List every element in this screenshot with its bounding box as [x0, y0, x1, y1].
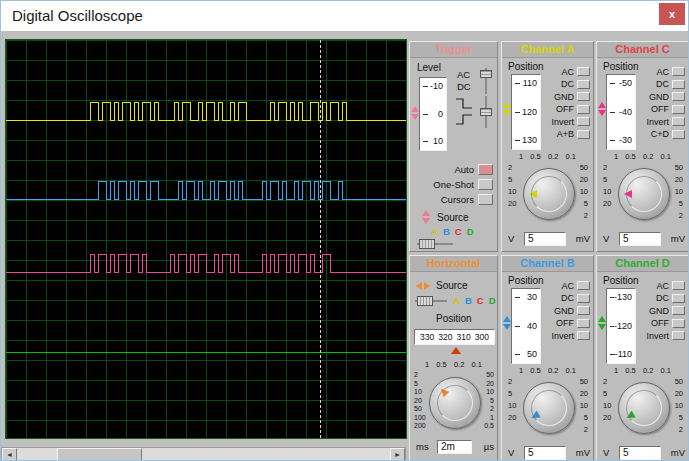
scroll-left-button[interactable]: ◄ [2, 448, 17, 461]
scale-label: 2 [679, 426, 683, 434]
horizontal-source-slider[interactable] [415, 296, 447, 306]
channel-d-gain-knob[interactable] [618, 382, 670, 434]
gnd-label: GND [649, 306, 669, 316]
toggle-thumb[interactable] [480, 70, 492, 78]
trigger-edge-toggle[interactable] [480, 96, 492, 128]
timebase-knob[interactable] [429, 377, 481, 429]
channel-c-panel-title: Channel C [597, 42, 688, 58]
scrollbar-track[interactable] [17, 448, 390, 461]
ac-button[interactable] [577, 67, 590, 76]
scale-label: 330 [420, 332, 434, 342]
channel-b-position-marker[interactable] [503, 316, 512, 330]
off-button[interactable] [577, 319, 590, 328]
ac-button[interactable] [672, 67, 685, 76]
channel-a-position-slider[interactable]: 110120130 [511, 74, 541, 150]
time-cursor[interactable] [320, 40, 321, 438]
close-icon: x [669, 8, 675, 20]
scrollbar-thumb[interactable] [57, 448, 142, 461]
invert-button[interactable] [577, 117, 590, 126]
title-bar[interactable]: Digital Oscilloscope x [1, 1, 688, 32]
off-button[interactable] [577, 105, 590, 114]
channel-a-gain-knob[interactable] [523, 168, 575, 220]
trigger-level-slider[interactable]: -10010 [419, 77, 447, 151]
scale-label: 110 [515, 79, 537, 88]
scale-label: 0.1 [566, 152, 576, 161]
ac-label: AC [656, 67, 669, 77]
scale-label: 300 [475, 332, 489, 342]
channel-d-position-slider[interactable]: -130-120-110 [606, 288, 636, 364]
b-channel-label: B [465, 295, 472, 306]
off-button[interactable] [672, 105, 685, 114]
trigger-source-marker[interactable] [422, 210, 431, 224]
invert-label: Invert [551, 331, 574, 341]
scale-label: 2 [603, 164, 611, 172]
ac-button[interactable] [577, 281, 590, 290]
c-d-button[interactable] [672, 130, 685, 139]
one-shot-button[interactable] [478, 179, 493, 190]
scale-label: 50 [675, 378, 683, 386]
ac-button[interactable] [672, 281, 685, 290]
channel-a-position-marker[interactable] [503, 102, 512, 116]
auto-row: Auto [454, 164, 493, 175]
cursors-label: Cursors [441, 194, 474, 205]
gnd-button[interactable] [577, 92, 590, 101]
scale-label: 0.5 [530, 152, 540, 161]
timebase-scale-right: 5020105210.5 [484, 371, 494, 430]
channel-d-panel-title: Channel D [597, 256, 688, 272]
invert-button[interactable] [672, 117, 685, 126]
scope-display [5, 39, 407, 439]
gnd-row: GND [554, 92, 590, 102]
channel-b-position-slider[interactable]: 304050 [511, 288, 541, 364]
trigger-level-marker[interactable] [411, 106, 420, 120]
d-channel-label: D [489, 295, 496, 306]
a-b-label: A+B [557, 129, 574, 139]
dc-button[interactable] [577, 80, 590, 89]
channel-c-gain-knob[interactable] [618, 168, 670, 220]
horizontal-position-slider[interactable]: 330320310300 [414, 329, 495, 345]
scale-label: 2 [603, 378, 611, 386]
scale-label: 0.5 [436, 360, 446, 369]
scale-label: 2 [490, 405, 494, 413]
channel-c-position-slider[interactable]: -50-40-30 [606, 74, 636, 150]
channel-b-gain-knob[interactable] [523, 382, 575, 434]
gnd-button[interactable] [577, 306, 590, 315]
invert-label: Invert [646, 117, 669, 127]
toggle-thumb[interactable] [480, 108, 492, 116]
arrow-down-icon [503, 324, 511, 330]
channel-c-position-marker[interactable] [598, 102, 607, 116]
slider-thumb[interactable] [419, 239, 435, 249]
gnd-button[interactable] [672, 306, 685, 315]
a-b-button[interactable] [577, 130, 590, 139]
dc-button[interactable] [672, 80, 685, 89]
off-button[interactable] [672, 319, 685, 328]
invert-row: Invert [646, 331, 685, 341]
waveform-canvas [6, 40, 406, 438]
scale-label: 10 [603, 402, 611, 410]
scale-label: 200 [414, 422, 426, 430]
cursors-button[interactable] [478, 194, 493, 205]
dc-button[interactable] [577, 294, 590, 303]
scale-label: 2 [584, 212, 588, 220]
slider-thumb[interactable] [417, 296, 433, 306]
trigger-coupling-toggle[interactable] [480, 68, 492, 94]
trigger-source-channels: ABCD [431, 226, 474, 237]
knob-pointer-icon [529, 190, 537, 198]
invert-button[interactable] [672, 331, 685, 340]
close-button[interactable]: x [659, 3, 685, 25]
horizontal-source-marker[interactable] [416, 282, 430, 290]
channel-d-position-marker[interactable] [598, 316, 607, 330]
channel-c-coupling-options: ACDCGNDOFFInvertC+D [646, 67, 685, 139]
gnd-button[interactable] [672, 92, 685, 101]
channel-b-panel-title: Channel B [502, 256, 593, 272]
scroll-right-button[interactable]: ► [390, 448, 405, 461]
scale-label: 10 [603, 188, 611, 196]
main-area: ◄ ► Trigger Level AC DC -10010 [1, 31, 688, 460]
trigger-source-slider[interactable] [417, 239, 453, 249]
invert-button[interactable] [577, 331, 590, 340]
invert-row: Invert [551, 331, 590, 341]
scale-label: 0.5 [484, 422, 494, 430]
auto-button[interactable] [478, 164, 493, 175]
dc-button[interactable] [672, 294, 685, 303]
position-marker-icon[interactable] [451, 347, 461, 354]
channel-b-gain-value: 5 [524, 446, 566, 460]
